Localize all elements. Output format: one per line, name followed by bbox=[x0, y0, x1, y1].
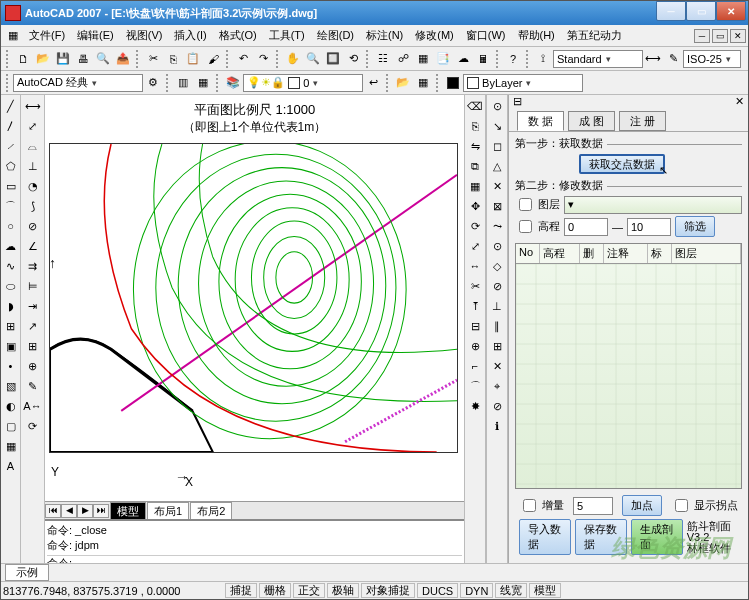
tolerance-icon[interactable]: ⊞ bbox=[24, 337, 42, 355]
osnap-appint-icon[interactable]: ⊠ bbox=[488, 197, 506, 215]
generate-section-button[interactable]: 生成剖面 bbox=[631, 519, 683, 555]
fillet-icon[interactable]: ⌒ bbox=[466, 377, 484, 395]
break-icon[interactable]: ⊟ bbox=[466, 317, 484, 335]
trim-icon[interactable]: ✂ bbox=[466, 277, 484, 295]
file-tab-current[interactable]: 示例 bbox=[5, 564, 49, 581]
spline-icon[interactable]: ∿ bbox=[2, 257, 20, 275]
line-icon[interactable]: ╱ bbox=[2, 97, 20, 115]
arc-icon[interactable]: ⌒ bbox=[2, 197, 20, 215]
ellipsearc-icon[interactable]: ◗ bbox=[2, 297, 20, 315]
grid-body[interactable] bbox=[516, 264, 741, 488]
status-snap[interactable]: 捕捉 bbox=[225, 583, 257, 598]
zoom-prev-icon[interactable]: ⟲ bbox=[344, 50, 362, 68]
toolpalette-icon[interactable]: ▦ bbox=[414, 50, 432, 68]
menu-dim[interactable]: 标注(N) bbox=[360, 26, 409, 45]
stretch-icon[interactable]: ↔ bbox=[466, 257, 484, 275]
grid-hdr-mark[interactable]: 标 bbox=[648, 244, 672, 263]
palette-tab-register[interactable]: 注 册 bbox=[619, 111, 666, 131]
grid-hdr-note[interactable]: 注释 bbox=[604, 244, 648, 263]
osnap-ext-icon[interactable]: ⤳ bbox=[488, 217, 506, 235]
layer-combo[interactable]: 💡☀🔒 0▾ bbox=[243, 74, 363, 92]
add-point-button[interactable]: 加点 bbox=[622, 495, 662, 516]
copy-icon[interactable]: ⎘ bbox=[164, 50, 182, 68]
status-ducs[interactable]: DUCS bbox=[417, 583, 458, 598]
layer-filter-combo[interactable]: ▾ bbox=[564, 196, 742, 214]
osnap-ins-icon[interactable]: ⊞ bbox=[488, 337, 506, 355]
show-turn-checkbox[interactable] bbox=[675, 499, 688, 512]
paste-icon[interactable]: 📋 bbox=[184, 50, 202, 68]
menu-modify[interactable]: 修改(M) bbox=[409, 26, 460, 45]
designcenter-icon[interactable]: ☍ bbox=[394, 50, 412, 68]
publish-icon[interactable]: 📤 bbox=[114, 50, 132, 68]
color-icon[interactable] bbox=[444, 74, 462, 92]
save-data-button[interactable]: 保存数据 bbox=[575, 519, 627, 555]
makeblock-icon[interactable]: ▣ bbox=[2, 337, 20, 355]
center-icon[interactable]: ⊕ bbox=[24, 357, 42, 375]
palette-close-icon[interactable]: ✕ bbox=[735, 95, 744, 109]
help-icon[interactable]: ? bbox=[504, 50, 522, 68]
osnap-mid-icon[interactable]: △ bbox=[488, 157, 506, 175]
mdi-restore-button[interactable]: ▭ bbox=[712, 29, 728, 43]
app-menu-icon[interactable]: ▦ bbox=[4, 27, 22, 45]
status-ortho[interactable]: 正交 bbox=[293, 583, 325, 598]
polygon-icon[interactable]: ⬠ bbox=[2, 157, 20, 175]
new-icon[interactable]: 🗋 bbox=[14, 50, 32, 68]
markup-icon[interactable]: ☁ bbox=[454, 50, 472, 68]
data-grid[interactable]: No 高程 删 注释 标 图层 bbox=[515, 243, 742, 489]
command-line[interactable]: 命令: _close 命令: jdpm 命令: bbox=[45, 519, 464, 563]
rectangle-icon[interactable]: ▭ bbox=[2, 177, 20, 195]
elev-from-input[interactable] bbox=[564, 218, 608, 236]
layer-prev-icon[interactable]: ↩ bbox=[364, 74, 382, 92]
grid-hdr-elev[interactable]: 高程 bbox=[540, 244, 580, 263]
mtext-icon[interactable]: A bbox=[2, 457, 20, 475]
copy-obj-icon[interactable]: ⎘ bbox=[466, 117, 484, 135]
osnap-cen-icon[interactable]: ⊙ bbox=[488, 237, 506, 255]
osnap-temp-icon[interactable]: ⊙ bbox=[488, 97, 506, 115]
matchprop-icon[interactable]: 🖌 bbox=[204, 50, 222, 68]
qleader-icon[interactable]: ↗ bbox=[24, 317, 42, 335]
circle-icon[interactable]: ○ bbox=[2, 217, 20, 235]
layer-grid-icon[interactable]: ▦ bbox=[194, 74, 212, 92]
tabsurf-icon[interactable]: ▥ bbox=[174, 74, 192, 92]
undo-icon[interactable]: ↶ bbox=[234, 50, 252, 68]
osnap-node-icon[interactable]: ✕ bbox=[488, 357, 506, 375]
menu-help[interactable]: 帮助(H) bbox=[512, 26, 561, 45]
offset-icon[interactable]: ⧉ bbox=[466, 157, 484, 175]
menu-tools[interactable]: 工具(T) bbox=[263, 26, 311, 45]
dim-radius-icon[interactable]: ◔ bbox=[24, 177, 42, 195]
cmd-input[interactable]: 命令: bbox=[47, 555, 462, 563]
dim-linear-icon[interactable]: ⟷ bbox=[24, 97, 42, 115]
join-icon[interactable]: ⊕ bbox=[466, 337, 484, 355]
point-icon[interactable]: • bbox=[2, 357, 20, 375]
prop-color-combo[interactable]: ByLayer▾ bbox=[463, 74, 583, 92]
mdi-close-button[interactable]: ✕ bbox=[730, 29, 746, 43]
sheetset-icon[interactable]: 📑 bbox=[434, 50, 452, 68]
chamfer-icon[interactable]: ⌐ bbox=[466, 357, 484, 375]
elev-checkbox[interactable] bbox=[519, 220, 532, 233]
layer-iso-icon[interactable]: 📂 bbox=[394, 74, 412, 92]
block-icon[interactable]: ▦ bbox=[414, 74, 432, 92]
pline-icon[interactable]: ⟋ bbox=[2, 137, 20, 155]
tab-first-button[interactable]: ⏮ bbox=[45, 504, 61, 518]
workspace-settings-icon[interactable]: ⚙ bbox=[144, 74, 162, 92]
get-intersection-data-button[interactable]: 获取交点数据 bbox=[579, 154, 665, 174]
status-polar[interactable]: 极轴 bbox=[327, 583, 359, 598]
import-data-button[interactable]: 导入数据 bbox=[519, 519, 571, 555]
scale-icon[interactable]: ⤢ bbox=[466, 237, 484, 255]
region-icon[interactable]: ▢ bbox=[2, 417, 20, 435]
osnap-near-icon[interactable]: ⌖ bbox=[488, 377, 506, 395]
menu-plugin[interactable]: 第五纪动力 bbox=[561, 26, 628, 45]
rotate-icon[interactable]: ⟳ bbox=[466, 217, 484, 235]
osnap-quad-icon[interactable]: ◇ bbox=[488, 257, 506, 275]
redo-icon[interactable]: ↷ bbox=[254, 50, 272, 68]
workspace-combo[interactable]: AutoCAD 经典▾ bbox=[13, 74, 143, 92]
drawing-area[interactable]: 平面图比例尺 1:1000 （即图上1个单位代表1m） bbox=[45, 95, 464, 501]
status-dyn[interactable]: DYN bbox=[460, 583, 493, 598]
properties-icon[interactable]: ☷ bbox=[374, 50, 392, 68]
move-icon[interactable]: ✥ bbox=[466, 197, 484, 215]
status-model[interactable]: 模型 bbox=[529, 583, 561, 598]
explode-icon[interactable]: ✸ bbox=[466, 397, 484, 415]
menu-format[interactable]: 格式(O) bbox=[213, 26, 263, 45]
layer-checkbox[interactable] bbox=[519, 198, 532, 211]
grid-hdr-layer[interactable]: 图层 bbox=[672, 244, 741, 263]
